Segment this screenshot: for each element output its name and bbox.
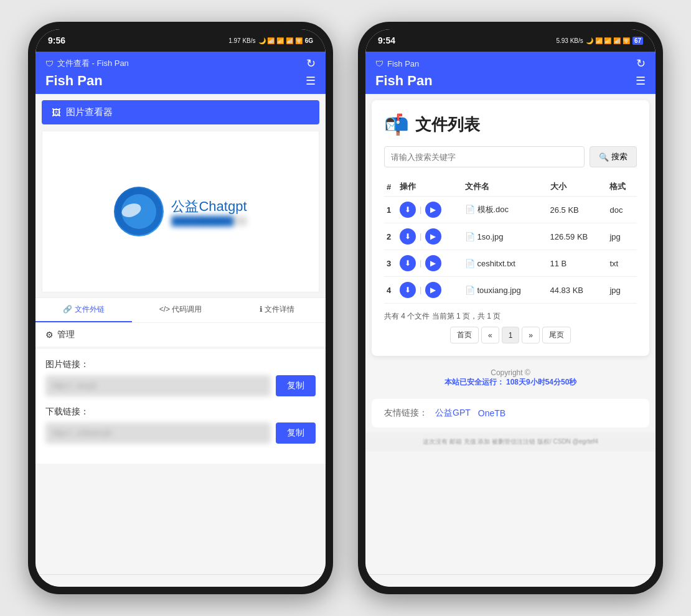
table-row: 1 ⬇ | ▶ 📄模板.doc 26.5 KB doc [384,197,637,223]
play-btn[interactable]: ▶ [425,202,441,218]
search-icon: 🔍 [599,152,609,162]
file-type: jpg [607,223,637,250]
file-type: jpg [607,277,637,304]
file-name: 📄ceshitxt.txt [463,250,548,277]
table-row: 2 ⬇ | ▶ 📄1so.jpg 126.59 KB jpg [384,223,637,250]
tabs-bar: 🔗 文件外链 </> 代码调用 ℹ 文件详情 [35,297,326,322]
file-actions: ⬇ | ▶ [397,223,462,250]
download-link-input[interactable] [45,422,271,444]
download-btn[interactable]: ⬇ [400,228,416,245]
links-label: 友情链接： [384,408,428,419]
content-left: 🖼 图片查看器 公益Chatgpt [35,94,326,574]
file-num: 2 [384,223,397,250]
download-btn[interactable]: ⬇ [400,255,416,271]
file-type: txt [607,250,637,277]
file-name: 📄模板.doc [463,197,548,223]
link-onetb[interactable]: OneTB [478,408,505,418]
search-btn[interactable]: 🔍 搜索 [590,146,637,167]
links-card: 友情链接： 公益GPT OneTB [372,399,649,427]
logo-image: 公益Chatgpt ██████████ [114,187,247,236]
page-1-btn[interactable]: 1 [502,327,520,343]
download-link-label: 下载链接： [45,406,316,418]
nav-title-top-right: 🛡 Fish Pan [375,59,419,68]
image-display: 公益Chatgpt ██████████ [42,131,319,292]
file-list-title-row: 📬 文件列表 [384,113,637,136]
footer-copyright: Copyright © [375,368,646,377]
col-num: # [384,177,397,197]
file-size: 44.83 KB [548,277,608,304]
file-size: 126.59 KB [548,223,608,250]
download-btn[interactable]: ⬇ [400,282,416,298]
logo-text-cn: 公益Chatgpt [171,197,247,216]
logo-subtext: ██████████ [171,216,247,226]
refresh-icon-right[interactable]: ↻ [636,57,646,70]
file-type-icon: 📄 [465,286,475,295]
search-input[interactable] [384,146,585,167]
file-type: doc [607,197,637,223]
col-action: 操作 [397,177,462,197]
file-type-icon: 📄 [465,259,475,268]
file-num: 1 [384,197,397,223]
file-size: 26.5 KB [548,197,608,223]
table-row: 4 ⬇ | ▶ 📄touxiang.jpg 44.83 KB jpg [384,277,637,304]
page-next-btn[interactable]: » [522,327,540,343]
copy-download-link-btn[interactable]: 复制 [276,422,316,444]
status-icons-right: 5.93 KB/s 🌙 📶 📶 📶 🛜 67 [556,37,643,45]
bottom-blurred-text: 这次没有 邮箱 充值 添加 被删管信注注链 版权/ CSDN @egrtef4 [365,432,656,451]
col-format: 格式 [607,177,637,197]
tab-file-detail[interactable]: ℹ 文件详情 [229,298,326,322]
download-link-row: 复制 [45,422,316,444]
tab-code-call[interactable]: </> 代码调用 [132,298,228,322]
image-link-row: 复制 [45,375,316,396]
status-icons-left: 1.97 KB/s 🌙 📶 📶 📶 🛜 6G [228,37,313,44]
nav-bar-left: 🛡 文件查看 - Fish Pan ↻ Fish Pan ☰ [35,52,326,94]
table-header-row: # 操作 文件名 大小 格式 [384,177,637,197]
camera-dot-right [507,33,514,40]
settings-icon: ⚙ [45,330,54,340]
status-time-left: 9:56 [48,35,65,45]
page-first-btn[interactable]: 首页 [450,327,479,343]
play-btn[interactable]: ▶ [425,255,441,271]
file-num: 4 [384,277,397,304]
image-link-input[interactable] [45,375,271,396]
nav-title-right: Fish Pan [375,73,433,89]
table-row: 3 ⬇ | ▶ 📄ceshitxt.txt 11 B txt [384,250,637,277]
file-actions: ⬇ | ▶ [397,250,462,277]
refresh-icon-left[interactable]: ↻ [306,57,316,70]
link-section: 图片链接： 复制 下载链接： 复制 [35,349,326,464]
file-actions: ⬇ | ▶ [397,197,462,223]
file-type-icon: 📄 [465,232,475,241]
left-phone: 9:56 1.97 KB/s 🌙 📶 📶 📶 🛜 6G 🛡 文件查看 - Fis… [28,22,333,594]
col-size: 大小 [548,177,608,197]
menu-icon-left[interactable]: ☰ [306,74,316,88]
play-btn[interactable]: ▶ [425,282,441,298]
page-last-btn[interactable]: 尾页 [542,327,571,343]
footer-runtime: 本站已安全运行： 108天9小时54分50秒 [375,377,646,388]
mgmt-row: ⚙ 管理 [35,322,326,347]
file-list-card: 📬 文件列表 🔍 搜索 # 操作 [372,100,649,356]
file-name: 📄touxiang.jpg [463,277,548,304]
image-icon: 🖼 [52,107,61,118]
page-prev-btn[interactable]: « [481,327,499,343]
file-name: 📄1so.jpg [463,223,548,250]
file-size: 11 B [548,250,608,277]
link-gpt[interactable]: 公益GPT [435,408,471,419]
image-viewer-header: 🖼 图片查看器 [42,100,319,124]
nav-bar-right: 🛡 Fish Pan ↻ Fish Pan ☰ [365,52,656,94]
file-list-title: 文件列表 [415,114,480,136]
search-row: 🔍 搜索 [384,146,637,167]
play-btn[interactable]: ▶ [425,228,441,245]
download-btn[interactable]: ⬇ [400,202,416,218]
footer-section: Copyright © 本站已安全运行： 108天9小时54分50秒 [365,362,656,394]
logo-circle [114,187,164,236]
file-list-icon: 📬 [384,113,409,136]
menu-icon-right[interactable]: ☰ [636,74,646,88]
file-table: # 操作 文件名 大小 格式 1 ⬇ | ▶ 📄模 [384,177,637,304]
runtime-value: 108天9小时54分50秒 [506,378,576,386]
nav-title-left: Fish Pan [45,73,103,89]
status-time-right: 9:54 [378,35,395,45]
tab-file-external-link[interactable]: 🔗 文件外链 [35,298,132,322]
copy-image-link-btn[interactable]: 复制 [276,375,316,396]
col-filename: 文件名 [463,177,548,197]
pagination-controls: 首页 « 1 » 尾页 [384,327,637,343]
